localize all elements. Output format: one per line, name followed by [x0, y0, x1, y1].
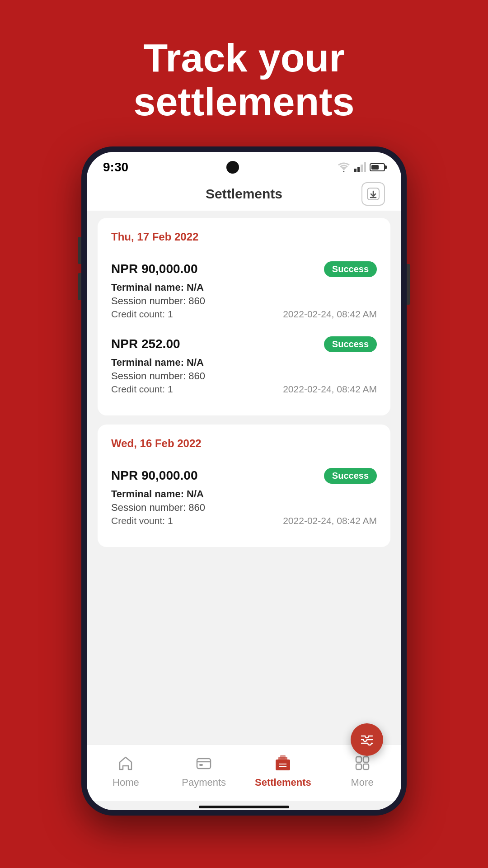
power-button — [407, 264, 410, 305]
payments-icon — [195, 754, 213, 772]
svg-rect-9 — [197, 759, 211, 769]
credit-1: Credit count: 1 — [111, 309, 173, 320]
camera-notch — [226, 161, 239, 174]
nav-item-payments[interactable]: Payments — [177, 752, 231, 788]
datetime-2: 2022-02-24, 08:42 AM — [283, 384, 377, 395]
settlement-item-1[interactable]: NPR 90,000.00 Success Terminal name: N/A… — [111, 253, 377, 328]
svg-rect-20 — [363, 764, 369, 769]
nav-item-home[interactable]: Home — [99, 752, 153, 788]
screen-title: Settlements — [206, 186, 282, 202]
date-group-2: Wed, 16 Feb 2022 NPR 90,000.00 Success T… — [98, 425, 390, 547]
nav-item-more[interactable]: More — [335, 752, 389, 788]
home-indicator — [199, 806, 289, 808]
date-label-1: Thu, 17 Feb 2022 — [111, 231, 377, 243]
hero-line1: Track your — [143, 35, 344, 80]
terminal-2: Terminal name: N/A — [111, 357, 377, 368]
terminal-1: Terminal name: N/A — [111, 282, 377, 293]
svg-rect-18 — [363, 757, 369, 762]
amount-2: NPR 252.00 — [111, 337, 180, 351]
download-button[interactable] — [361, 182, 385, 206]
nav-item-settlements[interactable]: Settlements — [255, 752, 311, 788]
status-time: 9:30 — [103, 160, 128, 175]
app-header: Settlements — [87, 179, 401, 211]
credit-3: Credit vount: 1 — [111, 515, 173, 526]
svg-rect-4 — [361, 165, 363, 172]
settlements-icon — [273, 753, 293, 773]
date-label-2: Wed, 16 Feb 2022 — [111, 437, 377, 450]
svg-marker-1 — [343, 171, 345, 172]
svg-rect-14 — [280, 755, 286, 759]
session-1: Session number: 860 — [111, 295, 377, 307]
download-icon — [367, 188, 380, 200]
filter-fab[interactable] — [351, 723, 383, 756]
status-icons — [337, 162, 385, 172]
svg-rect-2 — [354, 169, 357, 172]
content-area: Thu, 17 Feb 2022 NPR 90,000.00 Success T… — [87, 211, 401, 745]
nav-label-home: Home — [113, 777, 139, 788]
nav-label-payments: Payments — [182, 777, 226, 788]
svg-rect-17 — [356, 757, 361, 762]
settlement-item-3[interactable]: NPR 90,000.00 Success Terminal name: N/A… — [111, 460, 377, 534]
bottom-nav: Home Payments — [87, 745, 401, 801]
phone-frame: 9:30 — [81, 146, 407, 816]
session-3: Session number: 860 — [111, 502, 377, 514]
vol-down-button — [78, 273, 81, 300]
status-badge-1: Success — [324, 261, 377, 277]
svg-rect-3 — [357, 167, 360, 172]
date-group-1: Thu, 17 Feb 2022 NPR 90,000.00 Success T… — [98, 218, 390, 415]
amount-3: NPR 90,000.00 — [111, 468, 197, 483]
datetime-1: 2022-02-24, 08:42 AM — [283, 309, 377, 320]
session-2: Session number: 860 — [111, 370, 377, 382]
nav-label-more: More — [351, 777, 374, 788]
status-badge-2: Success — [324, 336, 377, 352]
svg-marker-0 — [341, 167, 347, 170]
settlement-item-2[interactable]: NPR 252.00 Success Terminal name: N/A Se… — [111, 328, 377, 403]
vol-up-button — [78, 237, 81, 264]
phone-screen: 9:30 — [87, 152, 401, 810]
credit-2: Credit count: 1 — [111, 384, 173, 395]
nav-label-settlements: Settlements — [255, 777, 311, 788]
datetime-3: 2022-02-24, 08:42 AM — [283, 515, 377, 526]
amount-1: NPR 90,000.00 — [111, 262, 197, 276]
svg-rect-19 — [356, 764, 361, 769]
signal-icon — [354, 162, 366, 172]
hero-line2: settlements — [133, 79, 354, 124]
status-bar: 9:30 — [87, 152, 401, 179]
hero-section: Track your settlements — [133, 36, 354, 124]
home-icon — [117, 754, 135, 772]
terminal-3: Terminal name: N/A — [111, 488, 377, 500]
wifi-icon — [337, 162, 351, 172]
filter-icon — [360, 732, 374, 747]
battery-icon — [370, 163, 385, 171]
status-badge-3: Success — [324, 468, 377, 484]
svg-rect-11 — [199, 764, 203, 766]
svg-rect-5 — [364, 162, 366, 172]
more-icon — [353, 754, 371, 772]
